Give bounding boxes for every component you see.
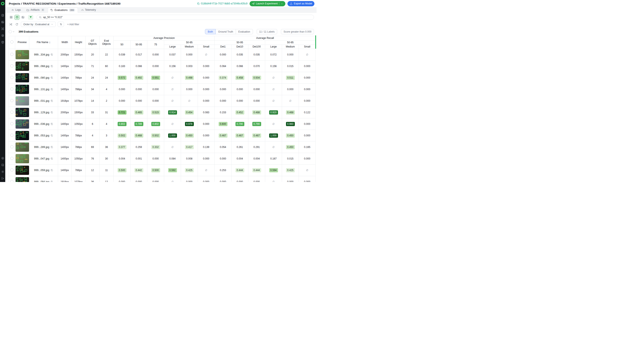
cell-width: 1400px — [58, 141, 72, 153]
row-checkbox[interactable] — [10, 122, 14, 125]
empty-value: ∅ — [271, 99, 276, 103]
preview-thumbnail[interactable] — [16, 166, 29, 175]
file-name[interactable]: 999...080.jpg — [34, 76, 49, 79]
row-checkbox[interactable] — [10, 53, 14, 56]
empty-value: ∅ — [187, 99, 191, 103]
cell-height: 788px — [72, 164, 86, 176]
metric-cell: 0.000 — [299, 118, 316, 130]
col-ap-50: 50 — [114, 40, 130, 49]
row-checkbox[interactable] — [10, 88, 14, 90]
copy-filename-button[interactable] — [51, 158, 53, 160]
preview-thumbnail[interactable] — [16, 177, 29, 182]
experiment-id[interactable]: 0188d44f-f71b-7027-9db5-a73046c435c9 — [197, 2, 248, 5]
copy-filename-button[interactable] — [51, 65, 53, 68]
col-file-name[interactable]: File Name▲▼ — [29, 36, 58, 49]
preview-thumbnail[interactable] — [16, 62, 29, 71]
segment-evaluation[interactable]: Evaluation — [236, 29, 253, 34]
row-checkbox[interactable] — [10, 99, 14, 102]
file-name[interactable]: 999...031.jpg — [34, 100, 49, 102]
sidebar-item-models[interactable] — [1, 40, 4, 44]
copy-filename-button[interactable] — [51, 180, 53, 182]
preview-thumbnail[interactable] — [16, 96, 29, 106]
select-all-control[interactable] — [9, 30, 15, 33]
tab-logs[interactable]: Logs — [9, 7, 23, 12]
vertical-scrollbar[interactable] — [315, 35, 316, 49]
shuffle-button[interactable] — [9, 22, 13, 26]
launch-experiment-button[interactable]: Launch Experiment — [250, 1, 285, 6]
sidebar-item-experiments[interactable] — [1, 34, 4, 37]
sidebar-item-docs[interactable] — [1, 163, 4, 166]
file-name[interactable]: 999...047.jpg — [34, 157, 49, 160]
row-checkbox[interactable] — [10, 76, 14, 79]
file-name[interactable]: 999...289.jpg — [34, 146, 49, 148]
table-view-button[interactable] — [15, 15, 19, 20]
sidebar-item-status[interactable] — [1, 156, 4, 160]
filter-button[interactable] — [28, 15, 33, 20]
row-checkbox[interactable] — [10, 64, 14, 68]
metric-cell: 0.066 — [232, 60, 248, 72]
preview-thumbnail[interactable] — [16, 142, 29, 152]
row-checkbox[interactable] — [10, 168, 14, 172]
metric-value: 0.444 — [236, 168, 244, 172]
metric-cell: 0.000 — [215, 84, 232, 95]
preview-thumbnail[interactable] — [16, 131, 29, 140]
file-name[interactable]: 999...036.jpg — [34, 122, 49, 126]
tab-artifacts[interactable]: Artifacts4 — [24, 7, 47, 12]
metric-cell: 0.165 — [299, 141, 316, 153]
file-name[interactable]: 999...334.jpg — [34, 53, 49, 56]
copy-filename-button[interactable] — [51, 123, 53, 125]
tab-badge: 4 — [41, 8, 45, 11]
image-view-button[interactable] — [21, 15, 25, 20]
row-checkbox[interactable] — [10, 145, 14, 148]
tab-evaluations[interactable]: Evaluations399 — [48, 8, 78, 12]
preview-thumbnail[interactable] — [16, 85, 29, 94]
order-by-dropdown[interactable]: Order by : Evaluated at — [21, 22, 56, 27]
sidebar-item-datasets[interactable] — [1, 14, 4, 17]
copy-filename-button[interactable] — [51, 146, 53, 148]
segment-both[interactable]: Both — [205, 29, 216, 34]
row-checkbox[interactable] — [10, 180, 14, 182]
file-name[interactable]: 999...059.jpg — [34, 169, 49, 172]
file-name[interactable]: 999...131.jpg — [34, 88, 49, 91]
sort-toggle-icon[interactable]: ▲▼ — [49, 41, 50, 44]
copy-filename-button[interactable] — [51, 169, 53, 172]
labels-filter-button[interactable]: 11 / 11 Labels — [257, 29, 277, 34]
search-input[interactable] — [43, 16, 311, 19]
file-name[interactable]: 999...129.jpg — [34, 111, 49, 114]
segment-ground-truth[interactable]: Ground Truth — [216, 29, 236, 34]
copy-filename-button[interactable] — [51, 100, 53, 102]
preview-thumbnail[interactable] — [16, 73, 29, 82]
file-name[interactable]: 999...053.jpg — [34, 134, 49, 137]
preview-thumbnail[interactable] — [16, 154, 29, 163]
sidebar-item-images[interactable] — [1, 20, 4, 24]
sort-direction-button[interactable] — [58, 22, 64, 27]
sidebar-item-annotations[interactable] — [1, 27, 4, 30]
metric-value: 0.139 — [202, 145, 211, 149]
copy-filename-button[interactable] — [51, 76, 53, 79]
select-all-checkbox[interactable] — [9, 30, 12, 33]
export-as-model-button[interactable]: Export as Model — [287, 1, 314, 6]
row-checkbox[interactable] — [10, 157, 14, 160]
refresh-button[interactable] — [15, 22, 19, 26]
copy-filename-button[interactable] — [51, 134, 53, 137]
preview-thumbnail[interactable] — [16, 50, 29, 59]
add-filter-button[interactable]: + Add filter — [67, 23, 79, 26]
sidebar-item-settings[interactable] — [1, 170, 4, 173]
copy-filename-button[interactable] — [51, 54, 53, 56]
score-filter-button[interactable]: Score greater than 0.000 — [281, 29, 314, 34]
copy-filename-button[interactable] — [51, 88, 53, 90]
tab-telemetry[interactable]: Telemetry — [79, 7, 98, 12]
row-checkbox[interactable] — [10, 110, 14, 114]
file-name[interactable]: 999...094.jpg — [34, 180, 49, 182]
header-checkbox[interactable] — [10, 40, 14, 44]
sidebar-item-logout[interactable] — [1, 177, 4, 180]
app-logo[interactable] — [1, 2, 5, 5]
metric-value: 0.000 — [303, 87, 312, 92]
preview-thumbnail[interactable] — [16, 108, 29, 117]
grid-view-button[interactable] — [9, 15, 14, 20]
row-checkbox[interactable] — [10, 134, 14, 137]
copy-filename-button[interactable] — [51, 111, 53, 114]
file-name[interactable]: 999...068.jpg — [34, 65, 49, 68]
preview-thumbnail[interactable] — [16, 119, 29, 128]
cell-eval-objects: 3 — [100, 130, 114, 141]
